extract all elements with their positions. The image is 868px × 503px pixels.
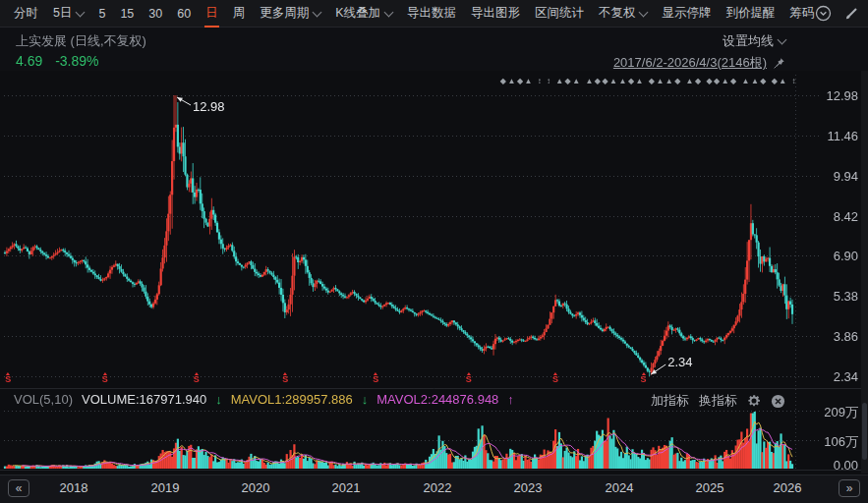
scroll-left-button[interactable]: « bbox=[8, 479, 29, 497]
dividend-marker[interactable]: ▲S bbox=[371, 371, 380, 384]
dividend-marker[interactable]: ▲S bbox=[100, 371, 110, 384]
toolbar-item-5min[interactable]: 5 bbox=[97, 1, 106, 27]
mavol1-value: MAVOL1:289957.886 bbox=[231, 392, 353, 407]
toolbar-item-label: 导出数据 bbox=[407, 5, 456, 22]
toolbar-item-chips[interactable]: 筹码 bbox=[788, 0, 815, 28]
date-range-row: 2017/6/2-2026/4/3(2146根) bbox=[613, 54, 785, 72]
pin-icon[interactable] bbox=[773, 57, 785, 70]
toolbar-item-label: 导出图形 bbox=[471, 5, 520, 22]
vertical-scrollbar[interactable] bbox=[861, 71, 868, 474]
dividend-marker[interactable]: ▲S bbox=[280, 371, 290, 384]
volume-axis-tick: 106万 bbox=[824, 433, 858, 451]
year-axis-label: 2026 bbox=[774, 480, 802, 495]
toolbar-item-weekly[interactable]: 周 bbox=[232, 0, 247, 28]
year-axis-label: 2021 bbox=[332, 480, 361, 495]
toolbar-item-60min[interactable]: 60 bbox=[176, 1, 192, 27]
volume-value: VOLUME:167971.940 bbox=[82, 392, 206, 407]
toolbar-item-minute[interactable]: 分时 bbox=[13, 0, 39, 28]
dividend-marker[interactable]: ▲S bbox=[3, 371, 13, 384]
volume-header: VOL(5,10) VOLUME:167971.940 ↓ MAVOL1:289… bbox=[14, 392, 514, 407]
toolbar-item-label: 更多周期 bbox=[260, 5, 309, 22]
volume-indicator-label[interactable]: VOL(5,10) bbox=[14, 392, 73, 407]
high-price-annotation: 12.98 bbox=[193, 99, 225, 114]
toolbar-item-30min[interactable]: 30 bbox=[147, 1, 163, 27]
toolbar-item-label: 到价提醒 bbox=[725, 5, 775, 22]
chevron-down-icon bbox=[76, 7, 86, 17]
dividend-marker[interactable]: ▲S bbox=[464, 371, 474, 384]
volume-down-arrow: ↓ bbox=[215, 392, 222, 407]
date-range-link[interactable]: 2017/6/2-2026/4/3(2146根) bbox=[613, 54, 767, 72]
close-panel-icon[interactable] bbox=[771, 394, 785, 409]
toolbar-item-5day[interactable]: 5日 bbox=[52, 0, 85, 28]
price-axis-tick: 8.42 bbox=[834, 209, 858, 224]
toolbar-item-label: 区间统计 bbox=[535, 5, 584, 22]
collapse-panel-icon[interactable] bbox=[815, 5, 832, 22]
low-price-annotation: 2.34 bbox=[667, 355, 692, 369]
toolbar-item-label: 日 bbox=[205, 5, 218, 22]
toolbar-item-label: 筹码 bbox=[789, 5, 814, 22]
last-price: 4.69 bbox=[16, 53, 42, 69]
toolbar-item-export-image[interactable]: 导出图形 bbox=[470, 0, 521, 28]
toolbar-item-more-periods[interactable]: 更多周期 bbox=[259, 0, 321, 28]
event-marker-row: ◆▲◆▲ ↕ ↕ ▲◆▲ ▲◆◆▲▲◆▲ ◆▲▲◆ ▲◆ ◆◆▲◆ ▲▲◆ ◆▲… bbox=[500, 77, 797, 85]
toolbar-item-export-data[interactable]: 导出数据 bbox=[406, 0, 457, 28]
toolbar-item-label: 30 bbox=[148, 7, 162, 21]
year-axis-label: 2024 bbox=[606, 480, 634, 495]
scrollbar-thumb[interactable] bbox=[862, 403, 867, 460]
chevron-down-icon bbox=[639, 7, 649, 17]
scroll-right-button[interactable]: » bbox=[839, 479, 860, 497]
add-indicator-button[interactable]: 加指标 bbox=[651, 392, 689, 410]
mavol2-value: MAVOL2:244876.948 bbox=[376, 392, 498, 407]
toolbar-item-15min[interactable]: 15 bbox=[119, 1, 135, 27]
dividend-marker[interactable]: ▲S bbox=[192, 371, 202, 384]
chevron-down-icon bbox=[384, 7, 394, 17]
candlestick-chart-canvas[interactable] bbox=[0, 0, 868, 503]
volume-axis-tick: 209万 bbox=[824, 404, 858, 421]
switch-indicator-button[interactable]: 换指标 bbox=[699, 392, 737, 410]
period-toolbar: 分时5日5153060日周更多周期K线叠加导出数据导出图形区间统计不复权显示停牌… bbox=[0, 0, 868, 28]
mavol1-down-arrow: ↓ bbox=[362, 392, 369, 407]
toolbar-item-kline-overlay[interactable]: K线叠加 bbox=[334, 0, 393, 28]
toolbar-item-show-suspended[interactable]: 显示停牌 bbox=[661, 0, 712, 28]
gear-icon[interactable] bbox=[747, 394, 761, 408]
toolbar-item-label: 5 bbox=[98, 7, 105, 21]
toolbar-item-adjust-mode[interactable]: 不复权 bbox=[598, 0, 649, 28]
toolbar-items: 分时5日5153060日周更多周期K线叠加导出数据导出图形区间统计不复权显示停牌… bbox=[13, 0, 815, 28]
volume-axis-tick: 0.00 bbox=[834, 458, 858, 473]
toolbar-item-label: 5日 bbox=[53, 5, 72, 22]
toolbar-item-label: 15 bbox=[120, 7, 134, 21]
chevron-down-icon bbox=[313, 7, 322, 17]
ma-settings-label: 设置均线 bbox=[723, 32, 774, 50]
toolbar-item-label: 周 bbox=[233, 5, 246, 22]
stock-title: 上实发展 (日线,不复权) bbox=[16, 32, 146, 50]
toolbar-item-label: 60 bbox=[177, 7, 191, 21]
ma-settings-button[interactable]: 设置均线 bbox=[723, 32, 785, 50]
toolbar-item-daily[interactable]: 日 bbox=[204, 0, 219, 28]
toolbar-item-price-alert[interactable]: 到价提醒 bbox=[724, 0, 776, 28]
change-percent: -3.89% bbox=[55, 53, 98, 69]
year-axis-label: 2018 bbox=[60, 480, 88, 495]
dividend-marker[interactable]: ▲S bbox=[550, 371, 560, 384]
year-axis-label: 2023 bbox=[514, 480, 543, 495]
year-axis-label: 2022 bbox=[424, 480, 452, 495]
toolbar-item-label: 显示停牌 bbox=[662, 5, 711, 22]
chevron-down-icon bbox=[778, 35, 787, 45]
price-axis-tick: 5.38 bbox=[834, 289, 858, 304]
price-axis-tick: 2.34 bbox=[834, 369, 858, 384]
mavol2-up-arrow: ↑ bbox=[507, 392, 514, 407]
price-change-row: 4.69 -3.89% bbox=[16, 53, 99, 69]
price-axis-tick: 6.90 bbox=[834, 249, 858, 263]
dividend-marker[interactable]: ▲S bbox=[639, 371, 649, 384]
toolbar-item-label: K线叠加 bbox=[335, 5, 380, 22]
year-axis-label: 2019 bbox=[151, 480, 180, 495]
price-axis-tick: 9.94 bbox=[834, 169, 858, 184]
brush-drawing-icon[interactable] bbox=[844, 6, 859, 21]
toolbar-item-range-stats[interactable]: 区间统计 bbox=[534, 0, 585, 28]
stock-chart-app: 分时5日5153060日周更多周期K线叠加导出数据导出图形区间统计不复权显示停牌… bbox=[0, 0, 868, 503]
toolbar-icons bbox=[815, 5, 868, 22]
toolbar-item-label: 不复权 bbox=[599, 5, 636, 22]
price-axis-tick: 3.86 bbox=[834, 329, 858, 344]
price-axis-tick: 12.98 bbox=[826, 88, 858, 103]
price-axis-tick: 11.46 bbox=[827, 129, 858, 143]
volume-actions: 加指标 换指标 bbox=[651, 392, 785, 410]
